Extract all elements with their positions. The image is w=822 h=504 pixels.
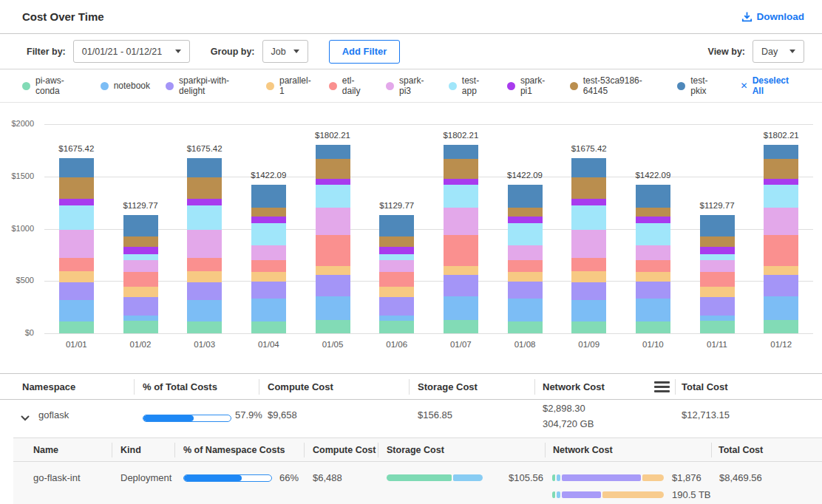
col-network-cost[interactable]: Network Cost bbox=[543, 381, 605, 392]
bar-segment-test-53ca9186-64145[interactable] bbox=[59, 177, 94, 199]
bar-segment-pi-aws-conda[interactable] bbox=[508, 321, 543, 333]
bar-segment-test-pkix[interactable] bbox=[700, 215, 735, 236]
bar-segment-notebook[interactable] bbox=[444, 296, 478, 319]
bar-segment-sparkpi-with-delight[interactable] bbox=[251, 282, 286, 299]
bar-segment-spark-pi3[interactable] bbox=[251, 245, 286, 260]
col-pct-total[interactable]: % of Total Costs bbox=[143, 381, 217, 392]
bar-segment-pi-aws-conda[interactable] bbox=[444, 320, 478, 333]
bar-segment-parallel-1[interactable] bbox=[764, 266, 798, 274]
bar-segment-etl-daily[interactable] bbox=[123, 272, 158, 287]
bar-segment-test-app[interactable] bbox=[636, 223, 670, 245]
col-name[interactable]: Name bbox=[33, 445, 58, 455]
bar-segment-test-app[interactable] bbox=[700, 254, 735, 260]
deselect-all-button[interactable]: ✕ Deselect All bbox=[741, 75, 800, 96]
bar-segment-etl-daily[interactable] bbox=[59, 258, 94, 271]
col-storage-cost[interactable]: Storage Cost bbox=[387, 445, 444, 455]
bar-segment-spark-pi1[interactable] bbox=[508, 217, 543, 223]
bar-segment-test-53ca9186-64145[interactable] bbox=[508, 208, 543, 217]
col-namespace[interactable]: Namespace bbox=[22, 381, 75, 392]
bar-segment-test-app[interactable] bbox=[59, 205, 94, 230]
bar-segment-notebook[interactable] bbox=[123, 316, 158, 321]
bar-segment-etl-daily[interactable] bbox=[700, 272, 735, 287]
bar-segment-sparkpi-with-delight[interactable] bbox=[187, 282, 222, 300]
bar-segment-etl-daily[interactable] bbox=[764, 235, 798, 266]
stacked-bar-01/01[interactable] bbox=[59, 158, 94, 333]
legend-item-spark-pi3[interactable]: spark-pi3 bbox=[386, 75, 433, 96]
bar-segment-spark-pi3[interactable] bbox=[59, 230, 94, 258]
legend-item-etl-daily[interactable]: etl-daily bbox=[329, 75, 370, 96]
bar-segment-pi-aws-conda[interactable] bbox=[187, 321, 222, 333]
bar-segment-test-app[interactable] bbox=[444, 185, 478, 208]
bar-segment-pi-aws-conda[interactable] bbox=[251, 321, 286, 333]
bar-segment-spark-pi3[interactable] bbox=[187, 230, 222, 258]
bar-segment-notebook[interactable] bbox=[700, 316, 735, 321]
stacked-bar-01/06[interactable] bbox=[379, 215, 414, 333]
workload-row-go-flask-int[interactable]: go-flask-int Deployment 66% $6,488 $105.… bbox=[13, 462, 822, 504]
bar-segment-notebook[interactable] bbox=[508, 299, 543, 321]
bar-segment-test-53ca9186-64145[interactable] bbox=[444, 159, 478, 179]
bar-segment-parallel-1[interactable] bbox=[508, 272, 543, 282]
bar-segment-test-53ca9186-64145[interactable] bbox=[700, 236, 735, 247]
stacked-bar-01/07[interactable] bbox=[444, 145, 478, 333]
col-pct-namespace[interactable]: % of Namespace Costs bbox=[183, 445, 285, 455]
bar-segment-sparkpi-with-delight[interactable] bbox=[700, 297, 735, 316]
legend-item-test-app[interactable]: test-app bbox=[449, 75, 492, 96]
bar-segment-test-53ca9186-64145[interactable] bbox=[764, 159, 798, 179]
download-button[interactable]: Download bbox=[741, 11, 805, 22]
bar-segment-spark-pi3[interactable] bbox=[508, 245, 543, 260]
bar-segment-test-pkix[interactable] bbox=[123, 215, 158, 236]
col-kind[interactable]: Kind bbox=[120, 445, 141, 455]
stacked-bar-01/09[interactable] bbox=[571, 158, 606, 333]
stacked-bar-01/10[interactable] bbox=[636, 185, 670, 333]
bar-segment-test-pkix[interactable] bbox=[379, 215, 414, 236]
bar-segment-test-app[interactable] bbox=[123, 254, 158, 260]
bar-segment-etl-daily[interactable] bbox=[251, 260, 286, 272]
bar-segment-sparkpi-with-delight[interactable] bbox=[123, 297, 158, 316]
bar-segment-sparkpi-with-delight[interactable] bbox=[508, 282, 543, 299]
bar-segment-notebook[interactable] bbox=[316, 296, 350, 319]
bar-segment-etl-daily[interactable] bbox=[508, 260, 543, 272]
view-by-dropdown[interactable]: Day bbox=[753, 40, 804, 63]
bar-segment-sparkpi-with-delight[interactable] bbox=[444, 275, 478, 297]
bar-segment-spark-pi1[interactable] bbox=[123, 247, 158, 254]
bar-segment-test-app[interactable] bbox=[508, 223, 543, 245]
legend-item-pi-aws-conda[interactable]: pi-aws-conda bbox=[22, 75, 85, 96]
bar-segment-parallel-1[interactable] bbox=[187, 271, 222, 282]
col-storage-cost[interactable]: Storage Cost bbox=[418, 381, 478, 392]
bar-segment-pi-aws-conda[interactable] bbox=[764, 320, 798, 333]
stacked-bar-01/12[interactable] bbox=[764, 145, 798, 333]
bar-segment-etl-daily[interactable] bbox=[571, 258, 606, 271]
col-network-cost[interactable]: Network Cost bbox=[553, 445, 613, 455]
bar-segment-parallel-1[interactable] bbox=[444, 266, 478, 274]
bar-segment-spark-pi1[interactable] bbox=[444, 179, 478, 185]
bar-segment-parallel-1[interactable] bbox=[123, 287, 158, 297]
bar-segment-notebook[interactable] bbox=[636, 299, 670, 321]
bar-segment-test-53ca9186-64145[interactable] bbox=[187, 177, 222, 199]
bar-segment-test-53ca9186-64145[interactable] bbox=[636, 208, 670, 217]
bar-segment-spark-pi1[interactable] bbox=[251, 217, 286, 223]
bar-segment-notebook[interactable] bbox=[764, 296, 798, 319]
bar-segment-test-pkix[interactable] bbox=[251, 185, 286, 208]
bar-segment-spark-pi1[interactable] bbox=[764, 179, 798, 185]
date-range-dropdown[interactable]: 01/01/21 - 01/12/21 bbox=[73, 40, 190, 63]
bar-segment-parallel-1[interactable] bbox=[251, 272, 286, 282]
bar-segment-sparkpi-with-delight[interactable] bbox=[59, 282, 94, 300]
chevron-down-icon[interactable] bbox=[21, 415, 30, 421]
bar-segment-spark-pi3[interactable] bbox=[571, 230, 606, 258]
col-compute-cost[interactable]: Compute Cost bbox=[313, 445, 376, 455]
bar-segment-sparkpi-with-delight[interactable] bbox=[636, 282, 670, 299]
bar-segment-notebook[interactable] bbox=[251, 299, 286, 321]
bar-segment-pi-aws-conda[interactable] bbox=[123, 321, 158, 333]
bar-segment-spark-pi3[interactable] bbox=[444, 208, 478, 235]
bar-segment-test-53ca9186-64145[interactable] bbox=[251, 208, 286, 217]
bar-segment-etl-daily[interactable] bbox=[316, 235, 350, 266]
bar-segment-test-pkix[interactable] bbox=[444, 145, 478, 159]
bar-segment-etl-daily[interactable] bbox=[187, 258, 222, 271]
stacked-bar-01/11[interactable] bbox=[700, 215, 735, 333]
bar-segment-etl-daily[interactable] bbox=[636, 260, 670, 272]
bar-segment-test-53ca9186-64145[interactable] bbox=[316, 159, 350, 179]
bar-segment-spark-pi1[interactable] bbox=[316, 179, 350, 185]
bar-segment-parallel-1[interactable] bbox=[379, 287, 414, 297]
legend-item-test-53ca9186-64145[interactable]: test-53ca9186-64145 bbox=[570, 75, 662, 96]
bar-segment-pi-aws-conda[interactable] bbox=[700, 321, 735, 333]
